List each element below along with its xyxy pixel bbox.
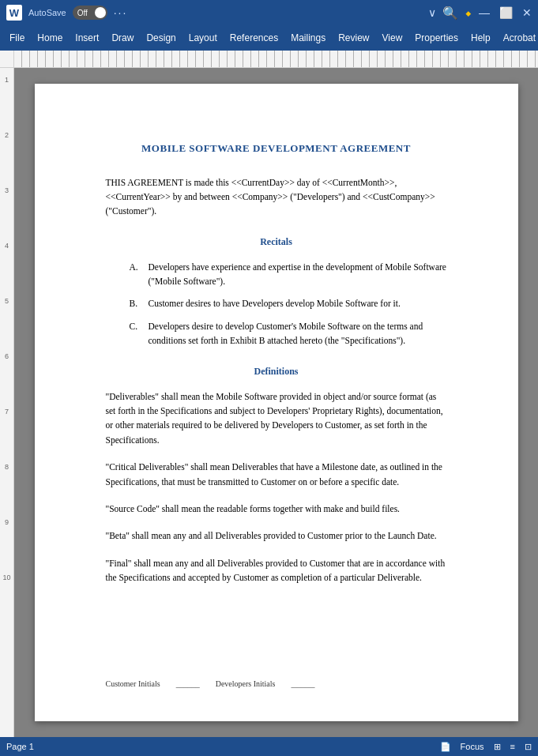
definition-paragraph[interactable]: "Final" shall mean any and all Deliverab… [106,556,447,585]
menu-draw[interactable]: Draw [105,29,140,47]
toggle-knob [95,7,106,18]
autosave-off-text: Off [77,9,88,17]
layout-icon[interactable]: ⊞ [494,742,501,752]
status-bar: Page 1 📄 Focus ⊞ ≡ ⊡ [0,737,538,756]
menu-help[interactable]: Help [465,29,497,47]
recitals-heading: Recitals [106,235,447,249]
close-button[interactable]: ✕ [522,6,532,19]
word-logo: W [6,5,22,21]
list-text: Developers have experience and expertise… [149,260,447,289]
window-controls: — ⬜ ✕ [479,6,532,19]
ruler-left-margin [0,51,14,67]
zoom-icon[interactable]: ⊡ [525,742,532,752]
recitals-list: A. Developers have experience and expert… [130,260,447,348]
focus-label[interactable]: Focus [461,742,484,751]
menu-review[interactable]: Review [332,29,375,47]
menu-layout[interactable]: Layout [182,29,224,47]
menu-mailings[interactable]: Mailings [284,29,332,47]
list-text: Customer desires to have Developers deve… [149,296,401,310]
autosave-label: AutoSave [28,8,66,17]
document-intro[interactable]: THIS AGREEMENT is made this <<CurrentDay… [106,175,447,219]
minimize-button[interactable]: — [479,6,490,19]
definition-paragraph[interactable]: "Deliverables" shall mean the Mobile Sof… [106,389,447,448]
menu-design[interactable]: Design [140,29,182,47]
list-letter: C. [130,319,142,348]
view-icon[interactable]: ≡ [510,742,515,751]
autosave-toggle[interactable]: Off [73,6,107,20]
developers-initials-label: Developers Initials [216,678,276,690]
ribbon-collapse-icon[interactable]: ∨ [428,6,436,19]
page-container[interactable]: MOBILE SOFTWARE DEVELOPMENT AGREEMENT TH… [14,68,538,737]
left-margin-bar: 1 2 3 4 5 6 7 8 9 10 [0,68,14,737]
title-bar: W AutoSave Off ··· ∨ 🔍 ⬥ — ⬜ ✕ [0,0,538,25]
definition-paragraph[interactable]: "Beta" shall mean any and all Deliverabl… [106,528,447,543]
menu-file[interactable]: File [3,29,31,47]
ruler-line [14,51,538,67]
list-letter: A. [130,260,142,289]
content-area: 1 2 3 4 5 6 7 8 9 10 MOBILE SOFTWARE DEV… [0,68,538,737]
menu-insert[interactable]: Insert [69,29,105,47]
initials-line: Customer Initials ______ Developers Init… [106,678,447,690]
definitions-heading: Definitions [106,364,447,378]
definition-paragraph[interactable]: "Source Code" shall mean the readable fo… [106,502,447,516]
menu-bar: File Home Insert Draw Design Layout Refe… [0,25,538,51]
menu-properties[interactable]: Properties [408,29,465,47]
menu-view[interactable]: View [376,29,409,47]
page-info: Page 1 [6,742,34,751]
status-icons: 📄 Focus ⊞ ≡ ⊡ [440,742,532,752]
more-options-icon[interactable]: ··· [114,6,128,19]
ruler [0,51,538,68]
list-item[interactable]: C. Developers desire to develop Customer… [130,319,447,348]
list-item[interactable]: B. Customer desires to have Developers d… [130,296,447,310]
read-mode-icon[interactable]: 📄 [440,742,451,752]
list-letter: B. [130,296,142,310]
developers-initials-field: ______ [291,678,314,690]
definition-paragraph[interactable]: "Critical Deliverables" shall mean Deliv… [106,460,447,489]
list-text: Developers desire to develop Customer's … [149,319,447,348]
customer-initials-label: Customer Initials [106,678,160,690]
menu-home[interactable]: Home [31,29,69,47]
list-item[interactable]: A. Developers have experience and expert… [130,260,447,289]
customer-initials-field: ______ [176,678,200,690]
restore-button[interactable]: ⬜ [499,6,513,19]
search-icon[interactable]: 🔍 [442,6,458,21]
document-title: MOBILE SOFTWARE DEVELOPMENT AGREEMENT [106,141,447,156]
menu-acrobat[interactable]: Acrobat [497,29,538,47]
document-page[interactable]: MOBILE SOFTWARE DEVELOPMENT AGREEMENT TH… [35,84,518,721]
premium-icon[interactable]: ⬥ [465,6,472,20]
menu-references[interactable]: References [224,29,284,47]
